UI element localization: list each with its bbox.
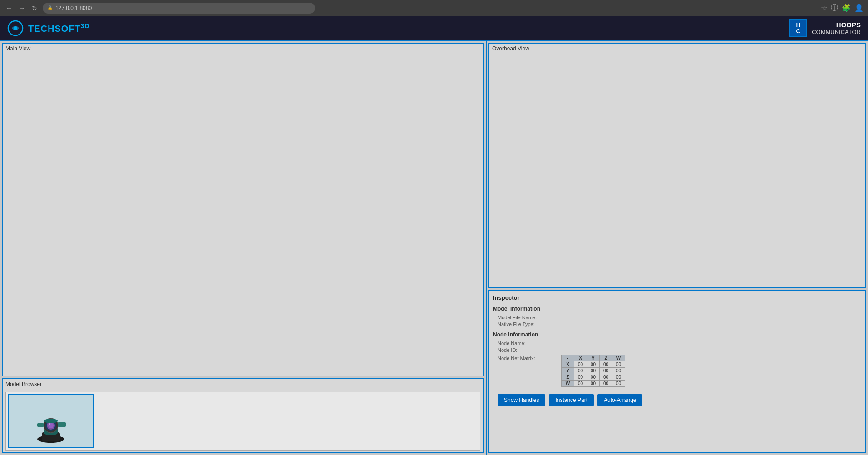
- reload-button[interactable]: ↻: [30, 4, 39, 13]
- hoops-label: HOOPS COMMUNICATOR: [812, 21, 861, 35]
- star-icon[interactable]: ☆: [821, 4, 827, 12]
- url-text: 127.0.0.1:8080: [55, 5, 92, 11]
- matrix-row-x: X 00 00 00 00: [562, 361, 625, 368]
- svg-point-12: [44, 419, 58, 423]
- matrix-header-w: W: [612, 355, 625, 361]
- svg-point-9: [49, 423, 50, 425]
- app-header: TECHSOFT3D H C HOOPS COMMUNICATOR: [0, 16, 868, 41]
- node-name-row: Node Name: --: [493, 341, 862, 346]
- inspector-buttons: Show Handles Instance Part Auto-Arrange: [493, 394, 862, 406]
- matrix-cell-w0: 00: [574, 381, 587, 387]
- model-file-name-label: Model File Name:: [498, 315, 557, 320]
- model-thumbnail-svg: [28, 396, 74, 446]
- model-file-name-row: Model File Name: --: [493, 315, 862, 320]
- model-information-title: Model Information: [493, 306, 862, 312]
- profile-icon[interactable]: 👤: [854, 4, 863, 12]
- hc-badge: H C: [789, 19, 807, 37]
- matrix-cell-x2: 00: [600, 361, 612, 368]
- matrix-row-header-y: Y: [562, 368, 574, 374]
- node-id-value: --: [557, 347, 560, 353]
- matrix-row: Node Net Matrix: - X Y Z W X: [493, 355, 862, 387]
- model-browser-inner: [5, 392, 480, 451]
- matrix-cell-x1: 00: [587, 361, 600, 368]
- svg-rect-11: [58, 422, 66, 427]
- model-file-name-value: --: [557, 315, 560, 320]
- puzzle-icon[interactable]: 🧩: [842, 4, 851, 12]
- matrix-cell-w3: 00: [612, 381, 625, 387]
- matrix-cell-x3: 00: [612, 361, 625, 368]
- matrix-cell-z2: 00: [600, 374, 612, 381]
- overhead-view[interactable]: Overhead View: [488, 43, 866, 288]
- info-icon[interactable]: ⓘ: [831, 3, 838, 13]
- matrix-row-header-z: Z: [562, 374, 574, 381]
- forward-button[interactable]: →: [17, 4, 26, 13]
- main-view[interactable]: Main View: [2, 43, 484, 376]
- matrix-cell-y0: 00: [574, 368, 587, 374]
- model-thumbnail[interactable]: [8, 394, 94, 448]
- inspector-panel: Inspector Model Information Model File N…: [488, 290, 866, 453]
- logo-text: TECHSOFT3D: [28, 22, 90, 34]
- matrix-header-x: X: [574, 355, 587, 361]
- node-name-label: Node Name:: [498, 341, 557, 346]
- native-file-type-value: --: [557, 321, 560, 327]
- matrix-cell-z3: 00: [612, 374, 625, 381]
- matrix-cell-z1: 00: [587, 374, 600, 381]
- matrix-row-z: Z 00 00 00 00: [562, 374, 625, 381]
- main-view-title: Main View: [3, 44, 483, 54]
- right-panel: Overhead View Inspector Model Informatio…: [487, 41, 868, 455]
- instance-part-button[interactable]: Instance Part: [549, 394, 594, 406]
- matrix-table: - X Y Z W X 00 00 00 00: [561, 355, 625, 387]
- url-bar[interactable]: 🔒 127.0.0.1:8080: [43, 3, 315, 14]
- matrix-header-dash: -: [562, 355, 574, 361]
- matrix-cell-z0: 00: [574, 374, 587, 381]
- browser-chrome: ← → ↻ 🔒 127.0.0.1:8080 ☆ ⓘ 🧩 👤: [0, 0, 868, 16]
- svg-rect-10: [37, 423, 44, 427]
- back-button[interactable]: ←: [5, 4, 14, 13]
- matrix-cell-w1: 00: [587, 381, 600, 387]
- left-panel: Main View Model Browser: [0, 41, 487, 455]
- matrix-header-y: Y: [587, 355, 600, 361]
- native-file-type-row: Native File Type: --: [493, 321, 862, 327]
- node-net-matrix-label: Node Net Matrix:: [498, 355, 557, 361]
- matrix-row-header-w: W: [562, 381, 574, 387]
- matrix-cell-y1: 00: [587, 368, 600, 374]
- node-name-value: --: [557, 341, 560, 346]
- matrix-cell-x0: 00: [574, 361, 587, 368]
- matrix-header-z: Z: [600, 355, 612, 361]
- overhead-view-title: Overhead View: [489, 44, 865, 54]
- node-id-row: Node ID: --: [493, 347, 862, 353]
- show-handles-button[interactable]: Show Handles: [498, 394, 545, 406]
- native-file-type-label: Native File Type:: [498, 321, 557, 327]
- matrix-cell-w2: 00: [600, 381, 612, 387]
- logo-area: TECHSOFT3D: [7, 20, 90, 36]
- inspector-title: Inspector: [493, 294, 862, 301]
- matrix-row-w: W 00 00 00 00: [562, 381, 625, 387]
- node-id-label: Node ID:: [498, 347, 557, 353]
- model-browser: Model Browser: [2, 378, 484, 453]
- model-browser-title: Model Browser: [3, 379, 483, 389]
- browser-right-icons: ☆ ⓘ 🧩 👤: [821, 3, 863, 13]
- header-right: H C HOOPS COMMUNICATOR: [789, 19, 861, 37]
- auto-arrange-button[interactable]: Auto-Arrange: [597, 394, 642, 406]
- matrix-cell-y3: 00: [612, 368, 625, 374]
- logo-svg: [7, 20, 24, 36]
- matrix-row-header-x: X: [562, 361, 574, 368]
- matrix-row-y: Y 00 00 00 00: [562, 368, 625, 374]
- svg-point-1: [14, 26, 17, 30]
- app-content: Main View Model Browser: [0, 41, 868, 455]
- lock-icon: 🔒: [47, 5, 53, 10]
- node-information-title: Node Information: [493, 331, 862, 338]
- matrix-cell-y2: 00: [600, 368, 612, 374]
